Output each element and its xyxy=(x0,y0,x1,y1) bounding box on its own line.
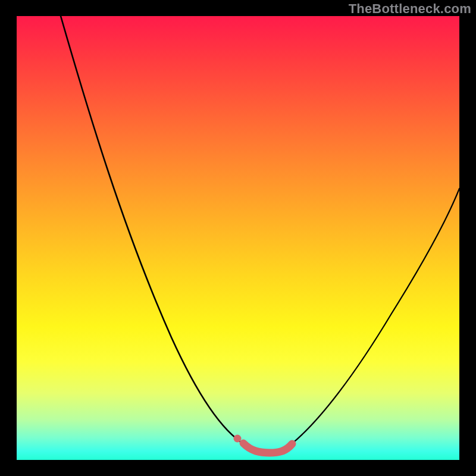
bottleneck-curve xyxy=(17,16,459,460)
gradient-plot-area xyxy=(17,16,459,460)
left-curve xyxy=(61,16,245,444)
floor-highlight xyxy=(243,443,292,453)
right-curve xyxy=(291,189,459,444)
watermark-text: TheBottleneck.com xyxy=(349,1,471,17)
floor-left-dot xyxy=(234,435,242,443)
